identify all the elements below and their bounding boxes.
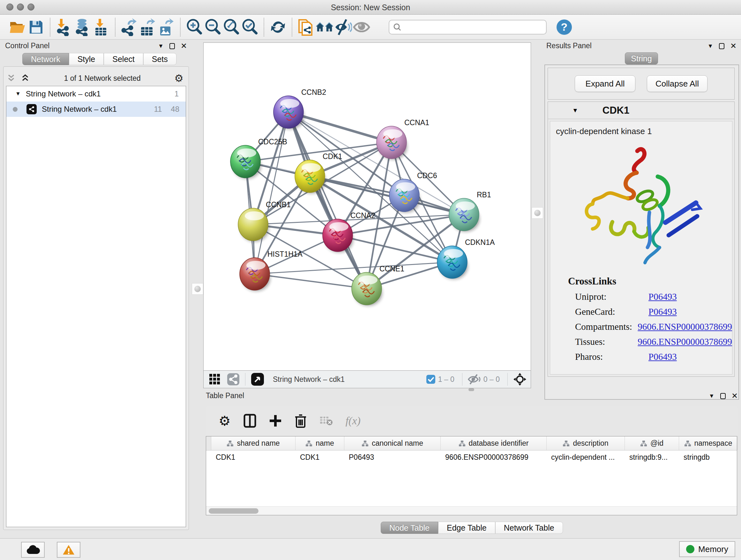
node-table[interactable]: shared namenamecanonical namedatabase id… [206,436,737,515]
control-panel-close-icon[interactable]: ✕ [181,42,187,51]
table-row[interactable]: CDK1CDK1P064939606.ENSP00000378699cyclin… [206,450,737,464]
table-cell[interactable]: CDK1 [295,450,344,464]
network-node-hist1h1a[interactable]: HIST1H1A [240,250,303,291]
results-panel-close-icon[interactable]: ✕ [730,42,737,51]
expand-all-icon[interactable] [21,74,30,83]
table-cell[interactable]: stringdb:9... [625,450,679,464]
hidden-eye-icon[interactable] [468,374,481,385]
selected-nodes-checkbox-icon[interactable] [426,374,435,384]
network-row[interactable]: String Network – cdk1 11 48 [6,102,186,117]
help-icon[interactable]: ? [555,18,574,37]
first-neighbors-icon[interactable] [315,18,334,37]
function-builder-icon[interactable]: f(x) [346,415,360,427]
network-node-ccna1[interactable]: CCNA1 [377,118,429,160]
refresh-icon[interactable] [269,18,287,37]
crosslink-link[interactable]: 9606.ENSP00000378699 [637,321,732,332]
right-splitter-handle[interactable] [532,207,543,219]
crosslink-link[interactable]: 9606.ENSP00000378699 [637,336,732,347]
network-node-cdk1[interactable]: CDK1 [295,152,342,193]
import-network-file-icon[interactable] [55,18,73,37]
zoom-in-icon[interactable] [185,18,204,37]
column-header--id[interactable]: @id [625,436,679,450]
add-column-icon[interactable] [269,415,282,427]
network-badge-icon[interactable] [226,373,240,386]
zoom-out-icon[interactable] [204,18,222,37]
show-all-icon[interactable] [352,18,371,37]
tab-select[interactable]: Select [104,53,143,65]
crosslink-label: Uniprot: [575,292,649,302]
tab-network-table[interactable]: Network Table [495,522,563,534]
crosslink-link[interactable]: P06493 [649,307,677,317]
open-folder-icon[interactable] [8,18,27,37]
column-header-description[interactable]: description [547,436,625,450]
column-header-database-identifier[interactable]: database identifier [441,436,547,450]
network-node-ccne1[interactable]: CCNE1 [352,265,404,306]
gene-collapse-icon[interactable]: ▼ [572,107,578,114]
import-table-file-icon[interactable] [92,18,111,37]
tab-edge-table[interactable]: Edge Table [438,522,495,534]
network-node-ccnb1[interactable]: CCNB1 [238,200,291,242]
table-settings-gear-icon[interactable]: ⚙ [219,413,231,429]
zoom-selected-icon[interactable] [241,18,259,37]
network-edge[interactable] [288,112,367,289]
memory-button[interactable]: Memory [679,541,735,557]
network-edge[interactable] [338,235,452,262]
import-network-database-icon[interactable] [73,18,92,37]
cloud-button[interactable] [21,542,45,558]
crosslink-link[interactable]: P06493 [649,352,677,362]
table-panel-float-icon[interactable] [720,393,726,399]
table-cell[interactable]: cyclin-dependent ... [547,450,625,464]
column-header-name[interactable]: name [295,436,344,450]
search-field[interactable] [401,23,536,32]
export-table-icon[interactable] [138,18,157,37]
manage-columns-icon[interactable] [244,414,256,428]
collection-expand-icon[interactable]: ▼ [15,91,21,97]
results-panel-collapse-icon[interactable]: ▼ [708,43,713,50]
delete-table-icon[interactable] [320,415,333,426]
crosslink-link[interactable]: P06493 [649,292,677,302]
export-image-icon[interactable] [157,18,176,37]
collapse-all-icon[interactable] [7,74,16,83]
table-cell[interactable]: 9606.ENSP00000378699 [441,450,547,464]
tab-network[interactable]: Network [22,53,69,65]
network-node-rb1[interactable]: RB1 [449,191,491,232]
warning-button[interactable] [57,542,80,558]
tab-string[interactable]: String [625,52,658,64]
left-splitter-handle[interactable] [192,283,203,295]
network-canvas[interactable]: CCNB2CCNA1CDC25BCDK1CDC6RB1CCNB1CCNA2CDK… [203,43,531,371]
table-horizontal-scrollbar[interactable] [206,506,737,515]
zoom-fit-icon[interactable] [222,18,241,37]
table-cell[interactable]: P06493 [344,450,441,464]
table-panel-collapse-icon[interactable]: ▼ [709,393,715,399]
grid-view-icon[interactable] [209,373,222,386]
hide-selected-icon[interactable] [334,18,352,37]
delete-column-icon[interactable] [294,414,307,428]
expand-all-button[interactable]: Expand All [575,75,635,92]
open-in-window-icon[interactable] [251,372,265,386]
column-header-namespace[interactable]: namespace [679,436,738,450]
network-options-gear-icon[interactable]: ⚙ [174,72,184,84]
network-node-cdkn1a[interactable]: CDKN1A [437,238,495,279]
tab-style[interactable]: Style [69,53,104,65]
table-cell[interactable]: CDK1 [211,450,295,464]
network-edge[interactable] [255,112,288,274]
tab-node-table[interactable]: Node Table [381,522,438,534]
save-session-icon[interactable] [27,18,45,37]
search-input[interactable] [389,20,547,35]
network-node-ccnb2[interactable]: CCNB2 [273,88,326,129]
table-cell[interactable]: stringdb [679,450,738,464]
network-collection-row[interactable]: ▼ String Network – cdk1 1 [6,86,186,102]
collapse-all-button[interactable]: Collapse All [647,75,708,92]
column-header-canonical-name[interactable]: canonical name [344,436,441,450]
tab-sets[interactable]: Sets [143,53,177,65]
network-edge[interactable] [255,274,367,289]
table-panel-close-icon[interactable]: ✕ [731,391,738,400]
control-panel-float-icon[interactable] [170,43,175,49]
export-network-icon[interactable] [120,18,138,37]
scrollbar-thumb[interactable] [209,508,259,514]
birdseye-navigator-icon[interactable] [513,372,527,386]
control-panel-collapse-icon[interactable]: ▼ [158,43,164,50]
column-header-shared-name[interactable]: shared name [211,436,295,450]
results-panel-float-icon[interactable] [719,43,724,49]
clone-network-icon[interactable] [297,18,315,37]
